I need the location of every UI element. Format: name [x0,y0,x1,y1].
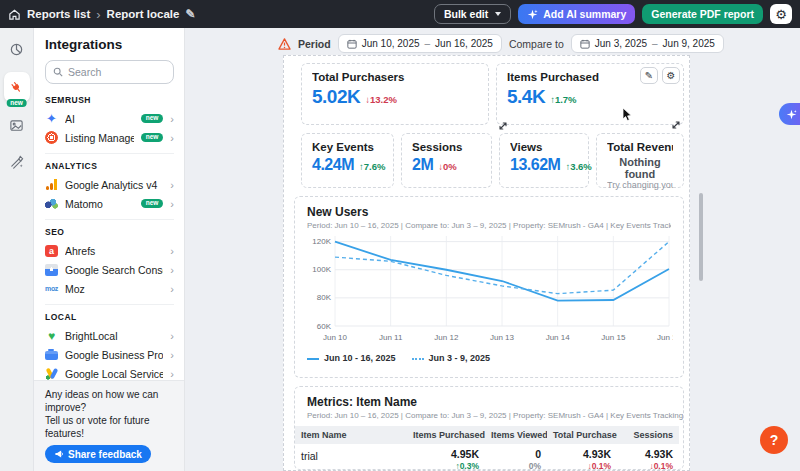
sidebar-item-matomo[interactable]: Matomonew› [45,194,174,213]
megaphone-icon [54,449,64,459]
metric-value: 5.4K [507,86,545,108]
google-analytics-icon [45,178,58,191]
period-label: Period [298,38,331,50]
card-title: Total Revenue [607,141,673,153]
add-ai-summary-button[interactable]: Add AI summary [518,4,635,24]
svg-text:80K: 80K [317,293,332,302]
metric-card-items-purchased[interactable]: Items Purchased5.4K↑1.7%✎⚙ [496,63,684,125]
metric-card-total-revenue[interactable]: Total RevenueNothing foundTry changing y… [596,133,684,188]
edit-widget-icon[interactable]: ✎ [640,67,658,84]
table-header-item-name[interactable]: Item Name [295,426,407,444]
warning-icon [278,38,291,50]
period-end: Jun 16, 2025 [435,38,493,49]
generate-pdf-button[interactable]: Generate PDF report [642,4,763,24]
widget-title: Metrics: Item Name [295,395,683,409]
table-header-items-purchased[interactable]: Items Purchased [407,426,485,444]
chevron-right-icon: › [170,132,174,144]
reports-icon[interactable] [4,36,30,62]
section-label: ANALYTICS [45,161,174,171]
table-header-sessions[interactable]: Sessions [617,426,679,444]
sidebar-item-label: Matomo [65,198,134,210]
cell-delta: 0% [491,461,541,470]
widget-settings-icon[interactable]: ⚙ [662,67,680,84]
sidebar-item-brightlocal[interactable]: ♥BrightLocal› [45,326,174,345]
share-feedback-button[interactable]: Share feedback [45,445,151,463]
chevron-right-icon: › [170,245,174,257]
metric-delta: ↑7.6% [359,161,385,172]
metric-card-sessions[interactable]: Sessions2M↓0% [401,133,492,188]
sidebar-item-google-analytics-v4[interactable]: Google Analytics v4› [45,175,174,194]
feedback-panel: Any ideas on how we can improve? Tell us… [34,380,185,471]
card-title: Sessions [412,141,481,153]
metric-value: 13.62M [510,156,560,174]
sidebar-item-google-business-profile[interactable]: Google Business Profile› [45,345,174,364]
sidebar-item-label: Google Search Console [65,264,163,276]
settings-gear-icon[interactable]: ⚙ [770,4,792,24]
integrations-icon[interactable]: new [4,72,30,102]
sidebar-item-moz[interactable]: mozMoz› [45,279,174,298]
table-cell-value: 4.93K↓0.1% [617,444,679,470]
table-header-items-viewed[interactable]: Items Viewed [485,426,547,444]
sidebar-title: Integrations [45,37,174,52]
calendar-icon [580,39,590,49]
design-icon[interactable] [4,148,30,174]
rename-report-icon[interactable]: ✎ [185,7,195,21]
bulk-edit-button[interactable]: Bulk edit [434,4,511,24]
help-button[interactable]: ? [760,426,788,454]
resize-handle-icon[interactable] [498,117,508,127]
resize-handle-icon[interactable] [671,116,681,126]
sidebar-item-label: Google Local Services Ads [65,368,163,380]
card-title: Views [510,141,578,153]
widget-subtitle: Period: Jun 10 – 16, 2025 | Compare to: … [295,411,683,420]
svg-text:60K: 60K [317,322,332,331]
metric-card-total-purchasers[interactable]: Total Purchasers5.02K↓13.2% [301,63,489,125]
mouse-cursor [622,108,634,126]
sparkles-icon [527,9,538,20]
top-header: Reports list › Report locale ✎ Bulk edit… [0,0,800,28]
table-header-total-purchasers[interactable]: Total Purchasers [547,426,617,444]
generate-pdf-label: Generate PDF report [651,8,754,20]
cell-value: 4.93K [623,448,673,460]
main-scrollbar[interactable] [699,193,703,281]
item-metrics-widget[interactable]: Metrics: Item Name Period: Jun 10 – 16, … [294,386,684,470]
compare-separator: – [652,38,658,49]
svg-text:120K: 120K [312,237,331,246]
business-profile-icon [45,351,58,360]
feedback-line2: Tell us or vote for future features! [45,414,174,440]
sidebar-item-ahrefs[interactable]: aAhrefs› [45,241,174,260]
compare-to-label: Compare to [509,38,564,50]
section-label: SEO [45,227,174,237]
search-box[interactable] [45,60,174,84]
metric-card-key-events[interactable]: Key Events4.24M↑7.6% [301,133,394,188]
media-icon[interactable] [4,112,30,138]
widget-subtitle: Period: Jun 10 – 16, 2025 | Compare to: … [307,221,671,230]
svg-text:Jun 16: Jun 16 [657,333,673,342]
section-label: SEMRUSH [45,95,174,105]
sidebar-item-ai[interactable]: ✦AInew› [45,109,174,128]
card-value-row: 13.62M↑3.6% [510,156,578,174]
moz-icon: moz [45,282,58,295]
period-date-range[interactable]: Jun 10, 2025 – Jun 16, 2025 [338,34,502,53]
metric-card-views[interactable]: Views13.62M↑3.6% [499,133,589,188]
svg-text:100K: 100K [312,265,331,274]
calendar-icon [347,39,357,49]
new-badge: new [141,114,164,124]
breadcrumb-reports-list[interactable]: Reports list [27,8,90,20]
legend-swatch [307,358,319,360]
sidebar-item-google-search-console[interactable]: Google Search Console› [45,260,174,279]
sidebar-section: SEOaAhrefs›Google Search Console›mozMoz› [45,219,174,298]
metric-delta: ↑3.6% [565,161,591,172]
floating-ai-button[interactable] [779,103,800,125]
sidebar-item-listing-management[interactable]: Listing Managementnew› [45,128,174,147]
metrics-table: Item NameItems PurchasedItems ViewedTota… [295,426,683,470]
new-users-widget[interactable]: New Users Period: Jun 10 – 16, 2025 | Co… [294,196,684,378]
home-icon[interactable] [8,8,21,21]
chevron-right-icon: › [170,349,174,361]
widget-title: New Users [307,205,671,219]
search-input[interactable] [68,66,166,78]
card-value-row: 5.02K↓13.2% [312,86,478,108]
svg-text:Jun 12: Jun 12 [434,333,459,342]
compare-date-range[interactable]: Jun 3, 2025 – Jun 9, 2025 [571,34,724,53]
integrations-sidebar: Integrations SEMRUSH✦AInew›Listing Manag… [34,28,185,471]
rail-new-badge: new [6,99,27,108]
